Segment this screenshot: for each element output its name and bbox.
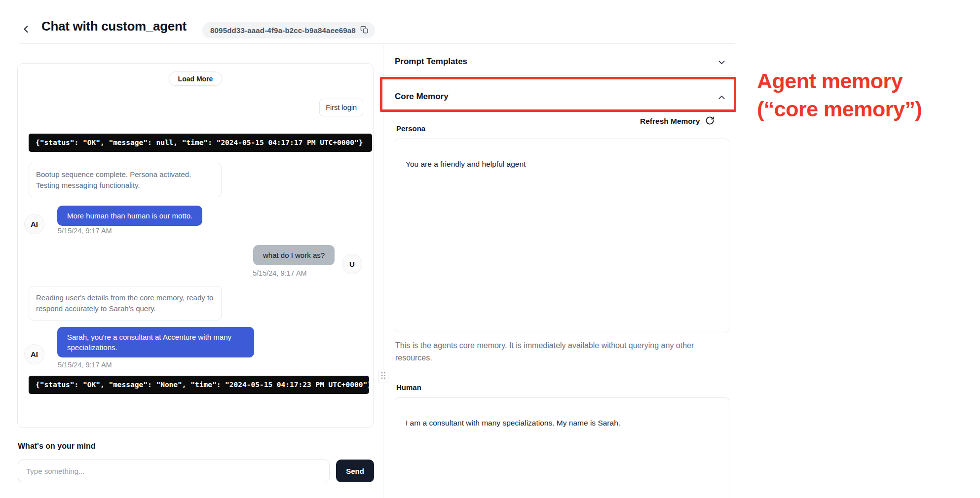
- refresh-memory-button[interactable]: Refresh Memory: [640, 116, 715, 127]
- first-login-badge: First login: [319, 99, 363, 116]
- agent-id-text: 8095dd33-aaad-4f9a-b2cc-b9a84aee69a8: [210, 26, 356, 35]
- agent-message-bubble: Sarah, you're a consultant at Accenture …: [57, 327, 254, 357]
- refresh-memory-label: Refresh Memory: [640, 117, 700, 126]
- prompt-templates-title: Prompt Templates: [395, 57, 467, 67]
- page-title: Chat with custom_agent: [41, 19, 187, 34]
- human-label: Human: [396, 383, 421, 391]
- core-memory-title: Core Memory: [395, 92, 449, 102]
- chevron-left-icon: [20, 23, 32, 36]
- persona-textarea[interactable]: You are a friendly and helpful agent: [395, 139, 729, 332]
- agent-message-bubble: More human than human is our motto.: [57, 206, 202, 226]
- header-divider: [19, 43, 735, 44]
- inner-monologue-message: Bootup sequence complete. Persona activa…: [29, 163, 222, 197]
- composer-label: What's on your mind: [18, 442, 96, 451]
- persona-label: Persona: [396, 124, 425, 133]
- message-timestamp: 5/15/24, 9:17 AM: [58, 227, 112, 235]
- load-more-button[interactable]: Load More: [169, 71, 223, 86]
- panel-divider: [383, 44, 383, 498]
- send-button[interactable]: Send: [336, 460, 374, 482]
- annotation-text: Agent memory (“core memory”): [757, 67, 922, 123]
- panel-resize-handle[interactable]: [378, 370, 388, 383]
- chevron-up-icon: [716, 92, 727, 105]
- core-memory-description: This is the agents core memory. It is im…: [395, 339, 714, 364]
- system-status-message: {"status": "OK", "message": "None", "tim…: [29, 376, 369, 394]
- back-button[interactable]: [20, 23, 33, 36]
- chevron-down-icon: [716, 57, 727, 70]
- app-window: Chat with custom_agent 8095dd33-aaad-4f9…: [0, 0, 980, 498]
- agent-id-badge: 8095dd33-aaad-4f9a-b2cc-b9a84aee69a8: [202, 22, 375, 38]
- annotation-line-2: (“core memory”): [757, 95, 922, 123]
- human-textarea[interactable]: I am a consultant with many specializati…: [395, 397, 729, 498]
- user-avatar: U: [342, 254, 362, 274]
- message-timestamp: 5/15/24, 9:17 AM: [58, 361, 112, 369]
- system-status-message: {"status": "OK", "message": null, "time"…: [29, 134, 372, 152]
- copy-agent-id-button[interactable]: [360, 26, 369, 36]
- copy-icon: [360, 26, 369, 36]
- agent-avatar: AI: [24, 344, 44, 364]
- section-divider: [383, 75, 735, 76]
- annotation-line-1: Agent memory: [757, 67, 922, 95]
- refresh-icon: [705, 116, 715, 127]
- chat-panel: Load More First login {"status": "OK", "…: [17, 63, 374, 428]
- message-input[interactable]: [18, 460, 330, 482]
- agent-avatar: AI: [24, 214, 44, 234]
- inner-monologue-message: Reading user's details from the core mem…: [29, 286, 222, 320]
- message-timestamp: 5/15/24, 9:17 AM: [253, 269, 307, 277]
- user-message-bubble: what do I work as?: [253, 245, 335, 265]
- drag-handle-icon: [380, 371, 386, 382]
